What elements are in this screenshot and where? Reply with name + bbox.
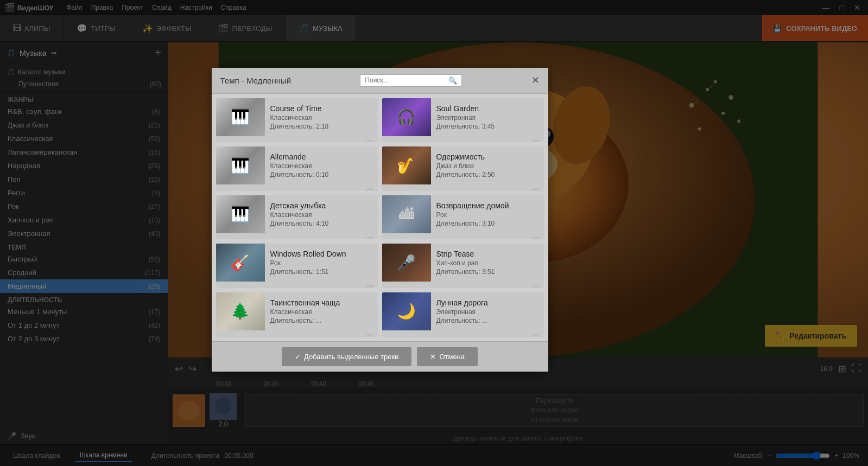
track-info-6: Windows Rolled Down Рок Длительность: 1:… [265,245,378,280]
track-genre-3: Джаз и блюз [436,162,538,170]
modal-footer: ✓ Добавить выделенные треки ✕ Отмена [212,341,548,372]
track-card-3[interactable]: 🎷 Одержимость Джаз и блюз Длительность: … [382,146,544,191]
add-tracks-button[interactable]: ✓ Добавить выделенные треки [282,347,411,366]
track-duration-2: Длительность: 0:10 [270,171,372,178]
add-tracks-label: Добавить выделенные треки [304,353,398,361]
track-name-2: Allemande [270,152,372,161]
track-genre-7: Хип-хоп и рэп [436,259,538,267]
cancel-label: Отмена [439,353,465,361]
track-thumbnail-4: 🎹 [216,195,265,233]
track-footer-2: ♡ [216,184,378,191]
track-info-5: Возвращение домой Рок Длительность: 3:10 [431,197,544,232]
track-name-5: Возвращение домой [436,201,538,210]
track-footer-8: ♡ [216,330,378,337]
track-thumbnail-0: 🎹 [216,98,265,136]
track-footer-0: ♡ [216,136,378,143]
track-name-6: Windows Rolled Down [270,250,372,258]
modal-header: Темп - Медленный 🔍 ✕ [212,68,548,94]
track-card-6[interactable]: 🎸 Windows Rolled Down Рок Длительность: … [216,244,378,288]
track-info-1: Soul Garden Электронная Длительность: 3:… [431,100,544,135]
track-footer-1: ♡ [382,136,544,143]
cancel-icon: ✕ [430,353,436,361]
track-info-4: Детская улыбка Классическая Длительность… [265,197,378,232]
track-card-9[interactable]: 🌙 Лунная дорога Электронная Длительность… [382,292,544,337]
track-duration-3: Длительность: 2:50 [436,171,538,178]
track-info-2: Allemande Классическая Длительность: 0:1… [265,148,378,183]
track-genre-9: Электронная [436,308,538,316]
track-genre-5: Рок [436,211,538,219]
track-name-0: Course of Time [270,104,372,113]
search-box[interactable]: 🔍 [360,74,462,87]
track-info-9: Лунная дорога Электронная Длительность: … [431,294,544,329]
cancel-button[interactable]: ✕ Отмена [417,347,478,366]
heart-button-8[interactable]: ♡ [366,333,373,337]
track-name-9: Лунная дорога [436,298,538,307]
track-thumbnail-1: 🎧 [382,98,431,136]
track-duration-7: Длительность: 3:51 [436,268,538,276]
track-thumbnail-8: 🌲 [216,292,265,330]
modal-close-button[interactable]: ✕ [531,74,540,86]
track-thumbnail-6: 🎸 [216,244,265,282]
track-card-7[interactable]: 🎤 Strip Tease Хип-хоп и рэп Длительность… [382,244,544,288]
modal-overlay: Темп - Медленный 🔍 ✕ 🎹 Course of Time Кл… [0,0,868,466]
track-name-4: Детская улыбка [270,201,372,210]
heart-button-7[interactable]: ♡ [532,284,540,288]
track-name-8: Таинственная чаща [270,298,372,307]
track-thumbnail-5: 🏙 [382,195,431,233]
track-name-7: Strip Tease [436,250,538,258]
track-footer-3: ♡ [382,184,544,191]
track-genre-0: Классическая [270,114,372,122]
modal-body: 🎹 Course of Time Классическая Длительнос… [212,94,548,341]
track-genre-4: Классическая [270,211,372,219]
track-footer-7: ♡ [382,282,544,288]
heart-button-1[interactable]: ♡ [532,138,540,143]
music-modal: Темп - Медленный 🔍 ✕ 🎹 Course of Time Кл… [212,68,548,372]
track-duration-9: Длительность: ... [436,317,538,324]
track-footer-4: ♡ [216,233,378,240]
track-duration-6: Длительность: 1:51 [270,268,372,276]
track-footer-5: ♡ [382,233,544,240]
heart-button-9[interactable]: ♡ [532,333,540,337]
track-card-0[interactable]: 🎹 Course of Time Классическая Длительнос… [216,98,378,143]
check-icon: ✓ [295,353,301,361]
track-thumbnail-9: 🌙 [382,292,431,330]
track-name-3: Одержимость [436,152,538,161]
track-info-3: Одержимость Джаз и блюз Длительность: 2:… [431,148,544,183]
track-info-0: Course of Time Классическая Длительность… [265,100,378,135]
track-genre-2: Классическая [270,162,372,170]
heart-button-3[interactable]: ♡ [532,187,540,191]
search-icon: 🔍 [448,76,457,85]
search-input[interactable] [365,76,446,84]
heart-button-4[interactable]: ♡ [366,235,373,240]
track-card-4[interactable]: 🎹 Детская улыбка Классическая Длительнос… [216,195,378,240]
track-footer-9: ♡ [382,330,544,337]
track-duration-0: Длительность: 2:18 [270,123,372,130]
heart-button-0[interactable]: ♡ [366,138,373,143]
track-name-1: Soul Garden [436,104,538,113]
track-thumbnail-2: 🎹 [216,146,265,184]
track-footer-6: ♡ [216,282,378,288]
track-info-7: Strip Tease Хип-хоп и рэп Длительность: … [431,245,544,280]
track-genre-6: Рок [270,259,372,267]
modal-title: Темп - Медленный [220,76,292,85]
track-duration-1: Длительность: 3:45 [436,123,538,130]
heart-button-2[interactable]: ♡ [366,187,373,191]
track-duration-5: Длительность: 3:10 [436,220,538,227]
heart-button-5[interactable]: ♡ [532,235,540,240]
track-info-8: Таинственная чаща Классическая Длительно… [265,294,378,329]
heart-button-6[interactable]: ♡ [366,284,373,288]
track-genre-1: Электронная [436,114,538,122]
track-thumbnail-7: 🎤 [382,244,431,282]
track-card-5[interactable]: 🏙 Возвращение домой Рок Длительность: 3:… [382,195,544,240]
track-thumbnail-3: 🎷 [382,146,431,184]
track-card-8[interactable]: 🌲 Таинственная чаща Классическая Длитель… [216,292,378,337]
track-duration-8: Длительность: ... [270,317,372,324]
track-card-2[interactable]: 🎹 Allemande Классическая Длительность: 0… [216,146,378,191]
track-duration-4: Длительность: 4:10 [270,220,372,227]
track-genre-8: Классическая [270,308,372,316]
track-card-1[interactable]: 🎧 Soul Garden Электронная Длительность: … [382,98,544,143]
